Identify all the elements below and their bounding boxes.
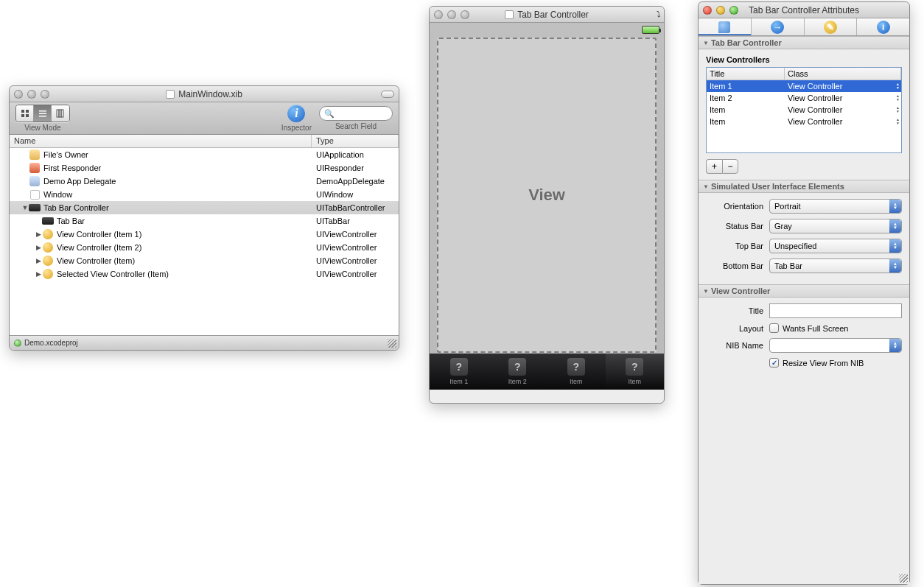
section-tab-bar-controller[interactable]: ▼Tab Bar Controller bbox=[699, 36, 909, 49]
tab-bar: ?Item 1?Item 2?Item?Item bbox=[430, 354, 664, 390]
page-curl-icon[interactable]: ⤵ bbox=[657, 10, 661, 18]
inspector-titlebar[interactable]: Tab Bar Controller Attributes bbox=[699, 2, 909, 18]
title-field[interactable] bbox=[769, 303, 902, 318]
row-type: UIWindow bbox=[312, 190, 399, 199]
class-stepper[interactable]: ▲▼ bbox=[896, 82, 901, 90]
vc-table-row[interactable]: ItemView Controller▲▼ bbox=[707, 104, 901, 116]
row-name: Window bbox=[43, 190, 72, 199]
minimize-button[interactable] bbox=[447, 10, 456, 19]
section-sim-ui[interactable]: ▼Simulated User Interface Elements bbox=[699, 180, 909, 193]
zoom-button[interactable] bbox=[41, 90, 49, 99]
close-button[interactable] bbox=[434, 10, 443, 19]
size-icon: ✎ bbox=[824, 21, 837, 34]
tab-item-label: Item bbox=[628, 378, 641, 385]
tab-bar-item[interactable]: ?Item bbox=[547, 354, 606, 390]
minimize-button[interactable] bbox=[27, 90, 36, 99]
view-mode-list-icon[interactable] bbox=[34, 105, 52, 122]
outline-row[interactable]: Tab BarUITabBar bbox=[10, 214, 399, 228]
view-mode-item: View Mode bbox=[15, 105, 70, 132]
disclosure-icon[interactable]: ▼ bbox=[21, 204, 29, 211]
status-bar-select[interactable]: Gray▲▼ bbox=[769, 219, 902, 233]
tab-item-label: Item 1 bbox=[449, 378, 468, 385]
tab-item-icon: ? bbox=[450, 358, 468, 376]
main-window-titlebar[interactable]: MainWindow.xib bbox=[10, 86, 399, 102]
class-stepper[interactable]: ▲▼ bbox=[896, 94, 901, 102]
vc-col-title[interactable]: Title bbox=[707, 68, 785, 80]
bottom-bar-select[interactable]: Tab Bar▲▼ bbox=[769, 259, 902, 273]
outline-row[interactable]: ▶View Controller (Item 1)UIViewControlle… bbox=[10, 228, 399, 241]
vc-col-class[interactable]: Class bbox=[785, 68, 901, 80]
add-button[interactable]: + bbox=[706, 159, 722, 174]
vc-table-row[interactable]: Item 2View Controller▲▼ bbox=[707, 92, 901, 104]
top-bar-select[interactable]: Unspecified▲▼ bbox=[769, 239, 902, 253]
column-name-header[interactable]: Name bbox=[10, 135, 312, 147]
outline-row[interactable]: ▶View Controller (Item 2)UIViewControlle… bbox=[10, 241, 399, 254]
row-name: Tab Bar Controller bbox=[43, 203, 109, 212]
class-stepper[interactable]: ▲▼ bbox=[896, 118, 901, 125]
vc-row-class: View Controller bbox=[785, 82, 896, 91]
disclosure-icon[interactable]: ▶ bbox=[35, 244, 42, 251]
outline-row[interactable]: ▶Selected View Controller (Item)UIViewCo… bbox=[10, 267, 399, 281]
outline-row[interactable]: File's OwnerUIApplication bbox=[10, 148, 399, 161]
layout-label: Layout bbox=[706, 324, 763, 333]
vc-table-row[interactable]: Item 1View Controller▲▼ bbox=[707, 80, 901, 92]
vc-row-title: Item 1 bbox=[707, 82, 785, 91]
orientation-select[interactable]: Portrait▲▼ bbox=[769, 199, 902, 214]
outline-row[interactable]: Demo App DelegateDemoAppDelegate bbox=[10, 175, 399, 188]
view-placeholder[interactable]: View bbox=[437, 38, 657, 353]
search-input[interactable]: 🔍 bbox=[319, 106, 393, 121]
minimize-button[interactable] bbox=[716, 6, 725, 15]
tab-bar-item[interactable]: ?Item bbox=[606, 354, 665, 390]
size-tab[interactable]: ✎ bbox=[805, 18, 858, 35]
outline-row[interactable]: ▶View Controller (Item)UIViewController bbox=[10, 254, 399, 267]
outline-row[interactable]: ▼Tab Bar ControllerUITabBarController bbox=[10, 201, 399, 214]
svg-rect-4 bbox=[39, 110, 46, 112]
tab-bar-item[interactable]: ?Item 1 bbox=[430, 354, 489, 390]
close-button[interactable] bbox=[14, 90, 23, 99]
resize-view-checkbox[interactable]: ✓ bbox=[769, 358, 779, 368]
disclosure-icon[interactable]: ▶ bbox=[35, 257, 42, 264]
main-toolbar: View Mode i Inspector 🔍 Search Field bbox=[10, 102, 399, 135]
svg-rect-0 bbox=[21, 110, 24, 113]
search-item: 🔍 Search Field bbox=[319, 106, 393, 130]
inspector-title-text: Tab Bar Controller Attributes bbox=[749, 5, 859, 15]
main-window-footer: Demo.xcodeproj bbox=[10, 335, 399, 350]
nib-name-combobox[interactable]: ▲▼ bbox=[769, 338, 902, 353]
class-stepper[interactable]: ▲▼ bbox=[896, 106, 901, 113]
outline-view[interactable]: File's OwnerUIApplicationFirst Responder… bbox=[10, 148, 399, 335]
zoom-button[interactable] bbox=[729, 6, 738, 15]
tab-bar-item[interactable]: ?Item 2 bbox=[489, 354, 547, 390]
view-mode-segmented[interactable] bbox=[15, 105, 70, 122]
identity-tab[interactable]: i bbox=[857, 18, 909, 35]
svg-rect-9 bbox=[61, 110, 63, 117]
orientation-label: Orientation bbox=[706, 202, 763, 211]
window-title-text: MainWindow.xib bbox=[178, 89, 242, 99]
status-indicator-icon bbox=[14, 340, 21, 347]
row-type: UITabBar bbox=[312, 217, 399, 225]
section-view-controller[interactable]: ▼View Controller bbox=[699, 284, 909, 298]
view-mode-icon-icon[interactable] bbox=[16, 105, 34, 122]
attributes-tab[interactable] bbox=[699, 18, 752, 35]
outline-row[interactable]: First ResponderUIResponder bbox=[10, 161, 399, 175]
remove-button[interactable]: − bbox=[722, 159, 738, 174]
toolbar-toggle-button[interactable] bbox=[381, 91, 394, 98]
vc-row-class: View Controller bbox=[785, 105, 896, 114]
row-name: Selected View Controller (Item) bbox=[57, 270, 169, 278]
resize-grip[interactable] bbox=[388, 339, 396, 348]
view-mode-column-icon[interactable] bbox=[52, 105, 69, 122]
close-button[interactable] bbox=[703, 6, 712, 15]
inspector-button[interactable]: i bbox=[287, 105, 305, 122]
zoom-button[interactable] bbox=[461, 10, 469, 19]
vc-table-row[interactable]: ItemView Controller▲▼ bbox=[707, 116, 901, 127]
document-proxy-icon bbox=[505, 10, 514, 19]
row-type: UIViewController bbox=[312, 270, 399, 278]
disclosure-icon[interactable]: ▶ bbox=[35, 270, 42, 278]
sim-titlebar[interactable]: Tab Bar Controller ⤵ bbox=[430, 7, 664, 23]
view-controllers-table[interactable]: Title Class Item 1View Controller▲▼Item … bbox=[706, 67, 902, 153]
column-type-header[interactable]: Type bbox=[312, 135, 399, 147]
outline-row[interactable]: WindowUIWindow bbox=[10, 188, 399, 201]
wants-full-screen-checkbox[interactable] bbox=[769, 323, 779, 333]
disclosure-icon[interactable]: ▶ bbox=[35, 231, 42, 238]
connections-tab[interactable]: → bbox=[752, 18, 805, 35]
resize-grip[interactable] bbox=[899, 574, 908, 583]
